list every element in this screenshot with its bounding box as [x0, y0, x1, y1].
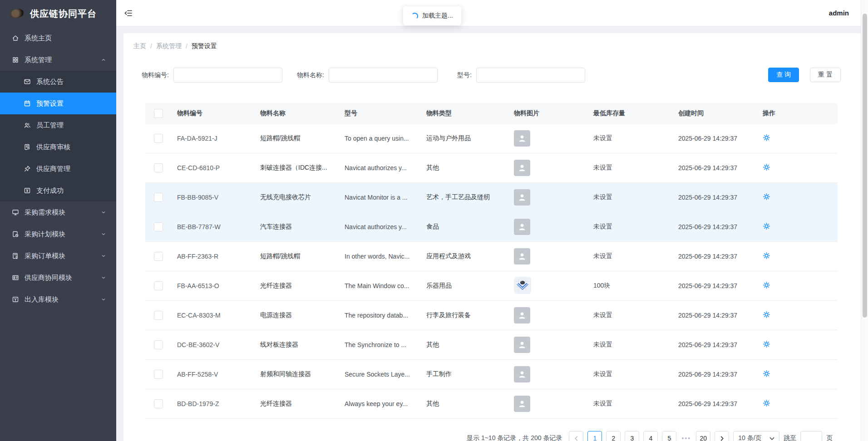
person-icon	[517, 251, 527, 261]
page-button-2[interactable]: 2	[606, 431, 621, 441]
col-material-code: 物料编号	[172, 109, 255, 118]
row-checkbox[interactable]	[154, 311, 163, 320]
material-type: 行李及旅行装备	[421, 311, 508, 319]
row-checkbox[interactable]	[154, 399, 163, 408]
sidebar-group-purchase-order[interactable]: 采购订单模块	[0, 245, 116, 267]
gear-icon	[763, 222, 770, 230]
chevron-left-icon	[574, 436, 579, 441]
pagination-ellipsis[interactable]: •••	[681, 435, 692, 441]
sidebar-group-label: 出入库模块	[25, 295, 59, 304]
breadcrumb: 主页 / 系统管理 / 预警设置	[133, 42, 217, 50]
settings-button[interactable]	[763, 340, 770, 349]
table-row: AB-FF-5258-V 射频和同轴连接器 Secure Sockets Lay…	[145, 360, 838, 389]
settings-button[interactable]	[763, 311, 770, 320]
material-name: 射频和同轴连接器	[255, 370, 339, 378]
person-icon	[517, 163, 527, 173]
sidebar-item-pay-success[interactable]: 支付成功	[0, 180, 116, 201]
sidebar-item-label: 供应商审核	[36, 143, 70, 152]
material-name-label: 物料名称:	[297, 71, 324, 79]
col-model: 型号	[339, 109, 421, 118]
user-menu[interactable]: admin	[829, 9, 849, 17]
select-all-checkbox[interactable]	[154, 109, 163, 118]
row-checkbox[interactable]	[154, 370, 163, 379]
scrollbar-thumb[interactable]	[863, 14, 867, 318]
sidebar-item-supplier-manage[interactable]: 供应商管理	[0, 158, 116, 180]
settings-button[interactable]	[763, 134, 770, 143]
material-model: Secure Sockets Laye...	[339, 371, 421, 378]
sidebar-group-purchase-plan[interactable]: 采购计划模块	[0, 223, 116, 245]
chevron-up-icon	[101, 57, 106, 63]
page-button-last[interactable]: 20	[696, 431, 710, 441]
sidebar-item-home[interactable]: 系统主页	[0, 27, 116, 49]
reset-button[interactable]: 重 置	[810, 68, 841, 82]
breadcrumb-home[interactable]: 主页	[133, 42, 146, 50]
row-checkbox[interactable]	[154, 163, 163, 172]
page-scrollbar[interactable]	[861, 0, 868, 441]
sidebar-group-purchase-demand[interactable]: 采购需求模块	[0, 201, 116, 223]
field-material-name: 物料名称:	[297, 68, 438, 83]
sidebar-group-supplier-collab[interactable]: 供应商协同模块	[0, 267, 116, 289]
sidebar-item-notice[interactable]: 系统公告	[0, 71, 116, 93]
sidebar-item-supplier-audit[interactable]: 供应商审核	[0, 136, 116, 158]
calendar-icon	[24, 100, 31, 107]
material-name: 电源连接器	[255, 311, 339, 319]
page-button-5[interactable]: 5	[662, 431, 676, 441]
row-checkbox[interactable]	[154, 222, 163, 231]
material-image[interactable]	[514, 277, 531, 294]
material-model: The Main Window co...	[339, 282, 421, 289]
material-name: 光纤连接器	[255, 400, 339, 408]
settings-button[interactable]	[763, 193, 770, 202]
row-checkbox[interactable]	[154, 252, 163, 261]
settings-button[interactable]	[763, 252, 770, 261]
material-type: 艺术，手工艺品及缝纫	[421, 193, 508, 201]
sidebar-item-staff[interactable]: 员工管理	[0, 114, 116, 136]
sidebar-collapse-button[interactable]	[123, 7, 134, 19]
page-button-1[interactable]: 1	[587, 431, 602, 441]
breadcrumb-system[interactable]: 系统管理	[156, 42, 182, 50]
sidebar-group-warehouse[interactable]: 出入库模块	[0, 289, 116, 310]
min-stock: 未设置	[588, 341, 673, 349]
settings-button[interactable]	[763, 281, 770, 290]
chevron-down-icon	[101, 210, 106, 215]
settings-button[interactable]	[763, 163, 770, 172]
prev-page-button[interactable]	[569, 431, 583, 441]
min-stock: 未设置	[588, 134, 673, 142]
material-type: 运动与户外用品	[421, 134, 508, 142]
sidebar: 供应链协同平台 系统主页 系统管理 系统公告 预警设置 员工管理 供应商审核 供…	[0, 0, 116, 441]
sidebar-group-system[interactable]: 系统管理	[0, 49, 116, 71]
settings-button[interactable]	[763, 370, 770, 379]
min-stock: 未设置	[588, 164, 673, 172]
field-model: 型号:	[457, 68, 585, 83]
next-page-button[interactable]	[715, 431, 729, 441]
table-header-row: 物料编号 物料名称 型号 物料类型 物料图片 最低库存量 创建时间 操作	[145, 103, 838, 124]
material-name-input[interactable]	[329, 68, 438, 83]
model-input[interactable]	[476, 68, 585, 83]
min-stock: 未设置	[588, 223, 673, 231]
jump-suffix-label: 页	[826, 434, 833, 441]
created-time: 2025-06-29 14:29:37	[673, 253, 757, 260]
search-button[interactable]: 查 询	[768, 68, 799, 82]
row-checkbox[interactable]	[154, 340, 163, 349]
settings-button[interactable]	[763, 399, 770, 408]
page-button-4[interactable]: 4	[643, 431, 658, 441]
chevron-down-icon	[101, 275, 106, 280]
sidebar-item-warning-settings[interactable]: 预警设置	[0, 93, 116, 114]
sidebar-group-label: 采购计划模块	[25, 230, 65, 239]
row-checkbox[interactable]	[154, 134, 163, 143]
row-checkbox[interactable]	[154, 281, 163, 290]
page-button-3[interactable]: 3	[625, 431, 639, 441]
created-time: 2025-06-29 14:29:37	[673, 400, 757, 407]
page-size-select[interactable]: 10 条/页	[733, 431, 779, 441]
app-title: 供应链协同平台	[30, 8, 97, 20]
row-checkbox[interactable]	[154, 193, 163, 202]
chevron-down-icon	[769, 436, 774, 441]
settings-button[interactable]	[763, 222, 770, 231]
material-code-input[interactable]	[173, 68, 282, 83]
sidebar-item-label: 系统主页	[25, 34, 52, 43]
table-row: FB-AA-6513-O 光纤连接器 The Main Window co...…	[145, 271, 838, 301]
sidebar-item-label: 员工管理	[36, 121, 64, 130]
material-name: 短路帽/跳线帽	[255, 252, 339, 260]
person-icon	[517, 222, 527, 232]
breadcrumb-separator: /	[150, 43, 152, 50]
jump-page-input[interactable]	[800, 431, 822, 441]
